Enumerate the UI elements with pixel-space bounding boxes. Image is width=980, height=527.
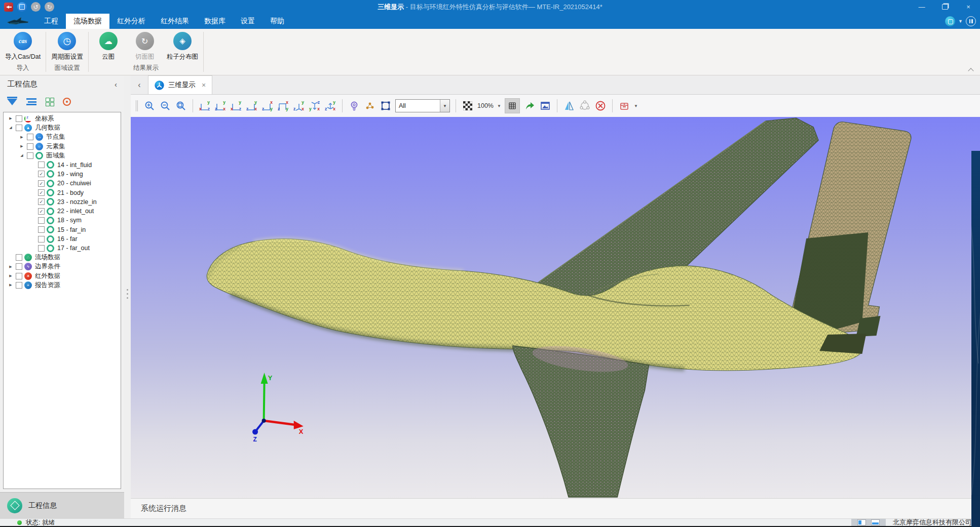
transparency-icon[interactable] [462,100,474,112]
toolbar-drag-handle[interactable] [136,100,138,111]
checkbox[interactable] [16,273,22,279]
view-iso-1-icon[interactable]: yzx [293,100,305,112]
tree-item-infrared-data[interactable]: ▶☀红外数据 [4,271,121,280]
checkbox[interactable] [38,236,45,242]
view-iso-2-icon[interactable]: zyx [309,100,321,112]
zoom-out-icon[interactable] [159,100,171,112]
tree-item-flowfield-data[interactable]: ∴流场数据 [4,253,121,262]
system-message-bar[interactable]: 系统运行消息 [131,498,980,518]
checkbox[interactable] [16,254,22,261]
checkbox[interactable] [16,263,22,270]
save-icon[interactable] [17,2,27,12]
periodic-face-button[interactable]: ◷ 周期面设置 [51,31,83,62]
checkbox[interactable]: ✓ [38,189,45,196]
tree-item-surface[interactable]: ✓23 - nozzle_in [4,197,121,207]
tree-item-surface[interactable]: ✓22 - inlet_out [4,207,121,216]
menu-item-ir-analysis[interactable]: 红外分析 [109,14,153,29]
filter-icon[interactable] [7,99,17,105]
tree-item-surface[interactable]: 16 - far [4,234,121,244]
checkbox[interactable] [27,143,33,150]
list-view-icon[interactable] [26,98,36,105]
particle-distribution-button[interactable]: ◈ 粒子分布图 [167,31,199,62]
tab-close-icon[interactable]: × [202,81,206,89]
expander-icon[interactable]: ◢ [19,153,25,157]
view-iso-3-icon[interactable]: yzx [324,100,336,112]
tree-item-face-set[interactable]: ◢面域集 [4,151,121,160]
menu-item-database[interactable]: 数据库 [197,14,233,29]
mesh-toggle-button[interactable] [505,98,520,113]
zoom-in-icon[interactable] [143,100,156,112]
tree-item-boundary-conditions[interactable]: ▶ϟ边界条件 [4,262,121,271]
surface-filter-combobox[interactable]: All ▼ [395,99,450,112]
app-icon[interactable] [4,3,13,12]
view-right-icon[interactable]: yzx [246,100,258,112]
particles-icon[interactable] [364,100,376,112]
tab-3d-display[interactable]: 三维显示 × [148,75,212,94]
view-top-icon[interactable]: xzy [261,100,274,112]
checkbox[interactable]: ✓ [38,198,45,205]
menu-item-ir-results[interactable]: 红外结果 [153,14,197,29]
export-arrow-icon[interactable] [523,100,536,112]
transparency-dropdown-icon[interactable]: ▼ [497,104,501,108]
tab-scroll-left-icon[interactable]: ‹ [131,75,148,94]
checkbox[interactable] [27,134,33,140]
menu-item-flowfield-data[interactable]: 流场数据 [66,14,109,29]
view-back-icon[interactable]: yzx [214,100,227,112]
panel-collapse-icon[interactable]: ‹ [115,80,117,89]
rotate-nodes-icon[interactable] [579,100,591,112]
chevron-down-icon[interactable]: ▼ [958,19,963,24]
transparency-value[interactable]: 100% [477,102,494,109]
panel-splitter[interactable] [124,75,131,518]
menu-item-project[interactable]: 工程 [36,14,66,29]
mirror-icon[interactable] [563,100,575,112]
checkbox[interactable] [16,282,22,289]
expander-icon[interactable]: ▶ [8,116,14,120]
tree-item-surface[interactable]: 14 - int_fluid [4,160,121,169]
screenshot-icon[interactable] [539,100,551,112]
expander-icon[interactable]: ▶ [19,144,25,148]
import-cas-dat-button[interactable]: cas 导入Cas/Dat [5,31,41,62]
checkbox[interactable] [27,152,33,159]
view-left-icon[interactable]: yxz [230,100,242,112]
checkbox[interactable]: ✓ [38,171,45,177]
menu-item-help[interactable]: 帮助 [262,14,292,29]
select-region-icon[interactable] [380,100,392,112]
checkbox[interactable] [16,125,22,131]
grid-view-icon[interactable] [46,98,54,106]
archive-box-icon[interactable] [618,100,630,112]
tree-item-surface[interactable]: ✓19 - wing [4,170,121,179]
minimize-button[interactable]: — [910,0,933,14]
aircraft-mesh-model[interactable]: Y X Z [131,117,980,498]
tree-item-surface[interactable]: 17 - far_out [4,244,121,253]
expander-icon[interactable]: ▶ [8,283,14,287]
contour-plot-button[interactable]: ☁ 云图 [94,31,123,62]
close-button[interactable]: × [957,0,980,14]
project-info-dock-button[interactable]: 工程信息 [0,492,124,518]
ribbon-collapse-chevron-icon[interactable] [968,68,974,72]
expander-icon[interactable]: ◢ [8,126,14,130]
expander-icon[interactable]: ▶ [8,265,14,269]
zoom-fit-icon[interactable] [175,100,187,112]
locate-icon[interactable] [63,98,71,106]
tree-item-node-set[interactable]: ▶↔节点集 [4,133,121,142]
checkbox[interactable] [38,161,45,168]
checkbox[interactable]: ✓ [38,180,45,187]
layout-bottom-panel-icon[interactable] [871,519,880,525]
cancel-icon[interactable] [594,100,607,112]
checkbox[interactable] [38,217,45,224]
chevron-down-icon[interactable]: ▼ [634,104,638,108]
tree-item-surface[interactable]: ✓20 - chuiwei [4,179,121,188]
tree-item-report-resources[interactable]: ▶≡报告资源 [4,280,121,290]
checkbox[interactable]: ✓ [38,208,45,215]
checkbox[interactable] [16,115,22,122]
tree-item-geometry-data[interactable]: ◢▲几何数据 [4,123,121,132]
tree-item-surface[interactable]: ✓21 - body [4,188,121,197]
expander-icon[interactable]: ▶ [19,135,25,139]
combobox-dropdown-icon[interactable]: ▼ [440,100,449,112]
tree-item-surface[interactable]: 18 - sym [4,216,121,225]
display-mode-icon[interactable] [945,16,955,26]
viewport-3d[interactable]: Y X Z [131,117,980,498]
expander-icon[interactable]: ▶ [8,274,14,278]
layout-left-panel-icon[interactable] [857,519,866,525]
tree-item-surface[interactable]: 15 - far_in [4,225,121,234]
